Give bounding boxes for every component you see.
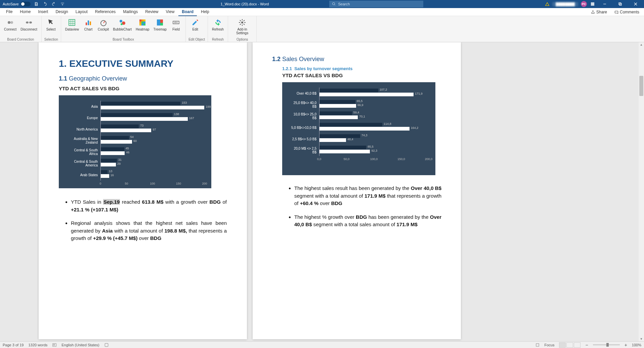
ribbon-btn-label: Field [172,28,180,31]
status-zoom[interactable]: 100% [632,343,641,347]
chart-category-label: Central & South America [66,160,100,167]
add-in-settings-icon [238,18,247,27]
ribbon-btn-chart[interactable]: Chart [82,17,95,32]
axis-tick: 150 [176,182,181,185]
tab-help[interactable]: Help [198,8,213,16]
chart-category-label: North America [66,128,100,131]
chart-value-label: 59,4 [353,111,359,114]
chart-category-label: Australia & New Zealand [66,137,100,144]
chart-segments[interactable]: Over 40,0 B$107,2171,925,0 B$<> 40,0 B$6… [282,82,435,175]
view-print-button[interactable] [566,342,573,348]
view-read-button[interactable] [559,342,566,348]
zoom-out-button[interactable]: − [585,342,588,348]
status-language[interactable]: English (United States) [61,343,99,347]
axis-tick: 0,0 [317,157,321,161]
close-button[interactable] [629,0,642,8]
redo-icon[interactable] [51,1,57,7]
chart-category-label: Over 40,0 B$ [289,92,319,95]
status-focus[interactable]: Focus [545,343,555,347]
ribbon-btn-disconnect[interactable]: Disconnect [19,17,38,32]
ribbon-group-label: Board Connection [3,37,39,41]
svg-rect-18 [86,22,87,25]
minimize-button[interactable] [598,0,611,8]
ribbon-btn-treemap[interactable]: Treemap [152,17,168,32]
chart-row: Asia153199 [66,101,205,112]
svg-rect-28 [139,21,141,23]
chart-value-label: 114,8 [384,122,391,126]
comments-button[interactable]: Comments [612,9,641,15]
tab-home[interactable]: Home [16,8,34,16]
ribbon-btn-connect[interactable]: Connect [3,17,18,32]
scroll-thumb[interactable] [639,76,643,96]
select-icon [47,18,55,27]
chart-bar [101,129,151,132]
tab-mailings[interactable]: Mailings [120,8,141,16]
qat-dropdown-icon[interactable] [59,1,66,7]
chart-category-label: 5,0 B$<>10,0 B$ [289,126,319,130]
tab-insert[interactable]: Insert [35,8,51,16]
chart-category-label: Arab States [66,173,100,177]
scroll-down-icon[interactable]: ▼ [639,337,644,341]
chart-bar [319,134,360,138]
chart-bar [101,163,116,166]
chart-bar [101,106,204,109]
svg-rect-35 [160,19,163,23]
field-icon: abc [172,18,180,27]
chart-bar [319,111,352,115]
ribbon-btn-heatmap[interactable]: Heatmap [134,17,151,32]
chart-geographic[interactable]: Asia153199Europe138167North America7397A… [59,95,211,188]
page-left[interactable]: 1. EXECUTIVE SUMMARY 1.1 Geographic Over… [39,42,247,339]
tab-design[interactable]: Design [52,8,71,16]
ribbon-btn-cockpit[interactable]: Cockpit [96,17,110,32]
page-right[interactable]: 1.2 Sales Overview 1.2.1 Sales by turnov… [253,42,461,339]
chart-bar [101,136,129,140]
tab-layout[interactable]: Layout [72,8,91,16]
ribbon-btn-refresh[interactable]: Refresh [211,17,225,32]
tab-file[interactable]: File [3,8,16,16]
search-input[interactable] [338,2,421,6]
status-words[interactable]: 1320 words [28,343,47,347]
tab-review[interactable]: Review [142,8,162,16]
ribbon-btn-dataview[interactable]: Dataview [64,17,80,32]
chart-row: 2,5 B$<> 5,0 B$74,348,4 [289,133,429,145]
vertical-scrollbar[interactable]: ▲ ▼ [639,42,644,341]
ribbon-group-options: Add-In SettingsOptions [228,16,257,42]
chart-row: 10,0 B$<> 25,0 B$59,470,1 [289,110,429,122]
cockpit-icon [99,18,108,27]
tab-view[interactable]: View [163,8,178,16]
status-page[interactable]: Page 3 of 19 [3,343,24,347]
share-button[interactable]: Share [589,9,609,15]
autosave-toggle[interactable]: AutoSave [3,2,31,6]
zoom-in-button[interactable]: + [625,342,627,348]
ribbon-group-label: Board Toolbox [64,37,183,41]
search-box[interactable] [329,1,423,7]
accessibility-icon[interactable] [104,343,109,347]
ribbon-btn-label: Heatmap [136,28,149,31]
tab-references[interactable]: References [92,8,119,16]
bullet-r1: The highest sales result has been genera… [294,185,441,207]
ribbon-btn-field[interactable]: abcField [169,17,183,32]
chart-value-label: 13 [109,169,112,173]
chart-category-label: Central & South Africa [66,148,100,156]
svg-point-12 [29,21,32,23]
tab-board[interactable]: Board [178,8,197,16]
ribbon-display-icon[interactable] [590,1,596,7]
document-area[interactable]: 1. EXECUTIVE SUMMARY 1.1 Geographic Over… [0,42,644,341]
zoom-slider[interactable] [593,344,620,345]
scroll-up-icon[interactable]: ▲ [639,42,644,47]
maximize-button[interactable] [614,0,627,8]
ribbon-btn-select[interactable]: Select [44,17,58,32]
ribbon-btn-edit[interactable]: Edit [188,17,202,32]
bullets-right: The highest sales result has been genera… [282,185,441,229]
undo-icon[interactable] [42,1,48,7]
user-avatar[interactable]: PC [581,1,587,7]
svg-rect-33 [143,23,145,26]
ribbon-btn-bubblechart[interactable]: BubbleChart [112,17,133,32]
dataview-icon [68,18,76,27]
ribbon-btn-add-in-settings[interactable]: Add-In Settings [231,17,254,36]
view-web-button[interactable] [574,342,581,348]
save-icon[interactable] [33,1,39,7]
ribbon-group-edit-object: EditEdit Object [186,16,208,42]
axis-tick: 200 [202,182,207,185]
spellcheck-icon[interactable] [52,343,57,347]
